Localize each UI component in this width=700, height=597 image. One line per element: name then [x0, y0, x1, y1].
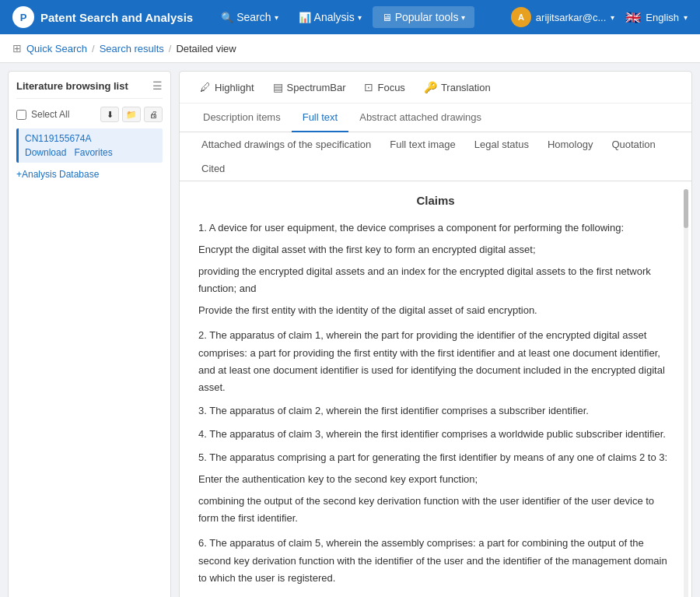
claim-4: 4. The apparatus of claim 3, wherein the…: [198, 426, 673, 443]
logo: P Patent Search and Analysis: [12, 6, 193, 28]
tab-legal[interactable]: Legal status: [465, 132, 538, 156]
claim-1: 1. A device for user equipment, the devi…: [198, 219, 673, 237]
claim-1b: providing the encrypted digital assets a…: [198, 263, 673, 297]
sidebar: Literature browsing list ☰ Select All ⬇ …: [8, 71, 171, 597]
translation-button[interactable]: 🔑 Translation: [416, 78, 499, 97]
primary-tabs: Description items Full text Abstract att…: [180, 104, 691, 132]
claim-5: 5. The apparatus comprising a part for g…: [198, 449, 673, 466]
claim-7: 7. The apparatus according to any one of…: [198, 593, 673, 597]
favorites-link[interactable]: Favorites: [74, 147, 112, 158]
scrollbar-thumb[interactable]: [684, 189, 688, 228]
tab-homology[interactable]: Homology: [538, 132, 603, 156]
tab-description[interactable]: Description items: [192, 104, 292, 132]
sidebar-header: Literature browsing list ☰: [16, 79, 163, 99]
nav-popular-tools[interactable]: 🖥 Popular tools ▾: [373, 6, 475, 28]
user-chevron-icon: ▾: [611, 13, 614, 22]
header-nav: 🔍 Search ▾ 📊 Analysis ▾ 🖥 Popular tools …: [212, 6, 474, 28]
patent-item[interactable]: CN119155674A Download Favorites: [16, 128, 163, 163]
tab-fulltext-image[interactable]: Full text image: [380, 132, 465, 156]
sidebar-list-icon: ☰: [152, 79, 163, 92]
avatar: A: [511, 7, 531, 27]
search-nav-icon: 🔍: [221, 12, 233, 23]
sidebar-action-icons: ⬇ 📁 🖨: [100, 107, 163, 122]
popular-tools-chevron-icon: ▾: [461, 13, 465, 22]
claim-5a: Enter the authentication key to the seco…: [198, 471, 673, 488]
download-icon-btn[interactable]: ⬇: [100, 107, 119, 122]
language-chevron-icon: ▾: [684, 13, 688, 22]
highlight-icon: 🖊: [200, 81, 211, 93]
print-icon-btn[interactable]: 🖨: [144, 107, 163, 122]
popular-tools-icon: 🖥: [382, 12, 392, 23]
breadcrumb-current: Detailed view: [176, 43, 236, 54]
tab-drawings[interactable]: Attached drawings of the specification: [192, 132, 380, 156]
spectrumbar-button[interactable]: ▤ SpectrumBar: [265, 78, 354, 97]
tab-fulltext[interactable]: Full text: [292, 104, 349, 132]
translation-icon: 🔑: [424, 81, 437, 93]
secondary-tabs: Attached drawings of the specification F…: [180, 132, 691, 181]
doc-title: Claims: [198, 194, 673, 207]
breadcrumb-quick-search[interactable]: Quick Search: [26, 43, 87, 54]
header-right: A arijitsarkar@c... ▾ 🇬🇧 English ▾: [511, 7, 688, 27]
breadcrumb-home-icon: ⊞: [12, 42, 22, 54]
toolbar: 🖊 Highlight ▤ SpectrumBar ⊡ Focus 🔑 Tran…: [180, 72, 691, 104]
doc-content: Claims 1. A device for user equipment, t…: [180, 181, 691, 597]
tab-abstract[interactable]: Abstract attached drawings: [348, 104, 492, 132]
claim-6: 6. The apparatus of claim 5, wherein the…: [198, 535, 673, 586]
analysis-nav-icon: 📊: [299, 12, 311, 23]
nav-analysis[interactable]: 📊 Analysis ▾: [289, 6, 371, 28]
logo-icon: P: [12, 6, 34, 28]
download-link[interactable]: Download: [25, 147, 66, 158]
content-area: 🖊 Highlight ▤ SpectrumBar ⊡ Focus 🔑 Tran…: [179, 71, 692, 597]
claim-3: 3. The apparatus of claim 2, wherein the…: [198, 402, 673, 420]
claim-2: 2. The apparatus of claim 1, wherein the…: [198, 327, 673, 395]
logo-text: Patent Search and Analysis: [40, 11, 193, 24]
flag-icon: 🇬🇧: [625, 10, 641, 25]
focus-button[interactable]: ⊡ Focus: [356, 78, 412, 97]
claim-1c: Provide the first entity with the identi…: [198, 302, 673, 319]
breadcrumb-sep1: /: [92, 43, 95, 54]
select-all-checkbox[interactable]: [16, 110, 26, 120]
sidebar-select-row: Select All ⬇ 📁 🖨: [16, 107, 163, 122]
claim-5b: combining the output of the second key d…: [198, 493, 673, 527]
nav-search[interactable]: 🔍 Search ▾: [212, 6, 287, 28]
search-chevron-icon: ▾: [275, 13, 278, 22]
sidebar-title: Literature browsing list: [16, 80, 128, 92]
tab-quotation[interactable]: Quotation: [602, 132, 664, 156]
claim-1a: Encrypt the digital asset with the first…: [198, 241, 673, 258]
highlight-button[interactable]: 🖊 Highlight: [192, 78, 262, 97]
language-menu[interactable]: 🇬🇧 English ▾: [625, 10, 688, 25]
spectrumbar-icon: ▤: [273, 81, 283, 93]
breadcrumb-sep2: /: [169, 43, 172, 54]
user-menu[interactable]: A arijitsarkar@c... ▾: [511, 7, 615, 27]
focus-icon: ⊡: [364, 81, 373, 93]
analysis-db-link[interactable]: +Analysis Database: [16, 169, 163, 180]
tab-cited[interactable]: Cited: [192, 156, 234, 181]
folder-icon-btn[interactable]: 📁: [122, 107, 141, 122]
analysis-chevron-icon: ▾: [358, 13, 362, 22]
breadcrumb-search-results[interactable]: Search results: [100, 43, 164, 54]
main-layout: Literature browsing list ☰ Select All ⬇ …: [0, 63, 700, 597]
header: P Patent Search and Analysis 🔍 Search ▾ …: [0, 0, 700, 34]
scrollbar-track[interactable]: [684, 189, 688, 597]
breadcrumb: ⊞ Quick Search / Search results / Detail…: [0, 34, 700, 63]
patent-links: Download Favorites: [25, 147, 156, 158]
select-all-label: Select All: [31, 109, 69, 120]
